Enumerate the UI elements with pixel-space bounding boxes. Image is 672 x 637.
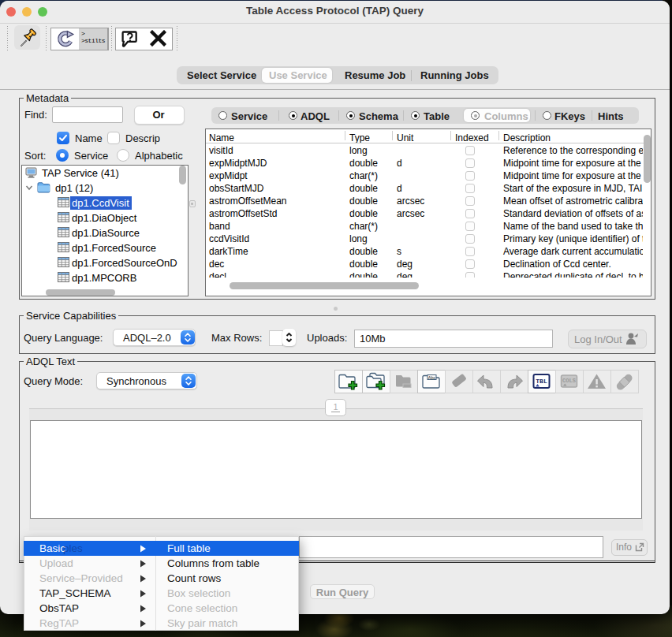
svg-text:COLS: COLS <box>562 378 576 384</box>
svg-text:Abc: Abc <box>428 375 436 380</box>
svg-text:TBL: TBL <box>536 378 547 385</box>
